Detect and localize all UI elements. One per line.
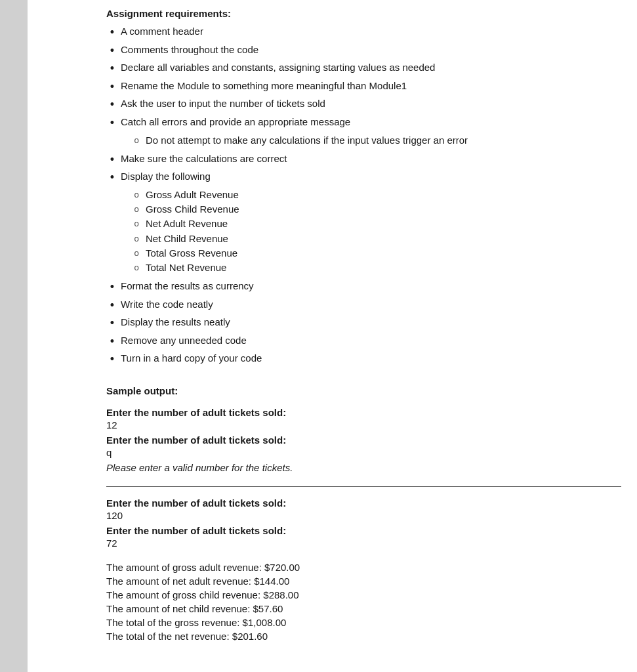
main-content: Assignment requirements: • A comment hea… [28,0,637,672]
bullet-icon: • [106,80,118,94]
list-item: • Write the code neatly [106,299,621,313]
output-value-1b: q [106,447,621,458]
sub-bullet-icon: o [130,262,143,274]
bullet-icon: • [106,280,118,295]
bullet-icon: • [106,316,118,331]
sub-list-item-text: Net Child Revenue [146,233,228,244]
sub-bullet-icon: o [130,189,143,201]
assignment-heading: Assignment requirements: [106,8,621,19]
bullet-icon: • [106,26,118,40]
sub-list: o Do not attempt to make any calculation… [130,135,468,146]
sub-list-item-text: Net Adult Revenue [146,218,228,229]
output-error-1: Please enter a valid number for the tick… [106,462,621,473]
output-value-1a: 12 [106,419,621,430]
bullet-icon: • [106,335,118,349]
sample-output-section: Sample output: Enter the number of adult… [106,385,621,642]
bullet-icon: • [106,98,118,112]
sub-list-item-text: Do not attempt to make any calculations … [146,135,468,146]
list-item-text: Declare all variables and constants, ass… [121,62,435,73]
list-item: • Display the results neatly [106,316,621,331]
list-item-text: Remove any unneeded code [121,335,247,346]
bullet-icon: • [106,171,118,185]
revenue-line-0: The amount of gross adult revenue: $720.… [106,562,621,573]
sub-list-item: o Gross Child Revenue [130,203,239,215]
sub-list-item: o Do not attempt to make any calculation… [130,135,468,146]
list-item: • Comments throughout the code [106,44,621,58]
list-item-text: Catch all errors and provide an appropri… [121,116,350,127]
list-item-text: Display the following [121,171,211,182]
list-item-text: Format the results as currency [121,280,254,291]
revenue-line-4: The total of the gross revenue: $1,008.0… [106,617,621,628]
revenue-line-3: The amount of net child revenue: $57.60 [106,603,621,614]
sample-output-heading: Sample output: [106,385,621,396]
list-item: • Display the following o Gross Adult Re… [106,171,621,276]
output-block-2: Enter the number of adult tickets sold: … [106,497,621,549]
bullet-icon: • [106,62,118,76]
output-block-1: Enter the number of adult tickets sold: … [106,407,621,473]
bullet-icon: • [106,299,118,313]
divider [106,486,621,487]
output-value-2a: 120 [106,510,621,521]
left-sidebar [0,0,28,672]
list-item: • Remove any unneeded code [106,335,621,349]
sub-list-item-text: Gross Adult Revenue [146,189,239,200]
output-label-1b: Enter the number of adult tickets sold: [106,434,621,446]
sub-bullet-icon: o [130,135,143,146]
sub-list-item: o Total Net Revenue [130,262,239,274]
revenue-line-5: The total of the net revenue: $201.60 [106,631,621,642]
list-item-text: Turn in a hard copy of your code [121,352,262,364]
bullet-icon: • [106,116,118,131]
list-item-text: Write the code neatly [121,299,213,310]
output-label-1a: Enter the number of adult tickets sold: [106,407,621,418]
output-value-2b: 72 [106,537,621,549]
list-item: • Declare all variables and constants, a… [106,62,621,76]
sub-bullet-icon: o [130,203,143,215]
sub-bullet-icon: o [130,247,143,259]
sub-list-item-text: Gross Child Revenue [146,203,239,215]
bullet-icon: • [106,44,118,58]
sub-list-item-text: Total Net Revenue [146,262,226,273]
requirements-list: • A comment header • Comments throughout… [106,26,621,367]
list-item: • A comment header [106,26,621,40]
sub-bullet-icon: o [130,218,143,230]
sub-list-item: o Total Gross Revenue [130,247,239,259]
output-label-2b: Enter the number of adult tickets sold: [106,525,621,536]
list-item: • Ask the user to input the number of ti… [106,98,621,112]
bullet-icon: • [106,153,118,167]
list-item-text: Ask the user to input the number of tick… [121,98,325,109]
bullet-icon: • [106,352,118,367]
list-item: • Turn in a hard copy of your code [106,352,621,367]
list-item-text: Display the results neatly [121,316,230,327]
revenue-line-2: The amount of gross child revenue: $288.… [106,589,621,600]
list-item-text: Comments throughout the code [121,44,258,55]
sub-list-item: o Gross Adult Revenue [130,189,239,201]
sub-list-item: o Net Child Revenue [130,233,239,245]
revenue-line-1: The amount of net adult revenue: $144.00 [106,576,621,587]
list-item: • Make sure the calculations are correct [106,153,621,167]
list-item-text: Rename the Module to something more mean… [121,80,407,91]
list-item-text: Make sure the calculations are correct [121,153,287,164]
list-item: • Rename the Module to something more me… [106,80,621,94]
output-label-2a: Enter the number of adult tickets sold: [106,497,621,509]
sub-bullet-icon: o [130,233,143,245]
sub-list: o Gross Adult Revenue o Gross Child Reve… [130,189,239,274]
list-item: • Format the results as currency [106,280,621,295]
sub-list-item-text: Total Gross Revenue [146,247,237,259]
list-item: • Catch all errors and provide an approp… [106,116,621,149]
sub-list-item: o Net Adult Revenue [130,218,239,230]
list-item-text: A comment header [121,26,203,37]
revenue-lines: The amount of gross adult revenue: $720.… [106,562,621,642]
